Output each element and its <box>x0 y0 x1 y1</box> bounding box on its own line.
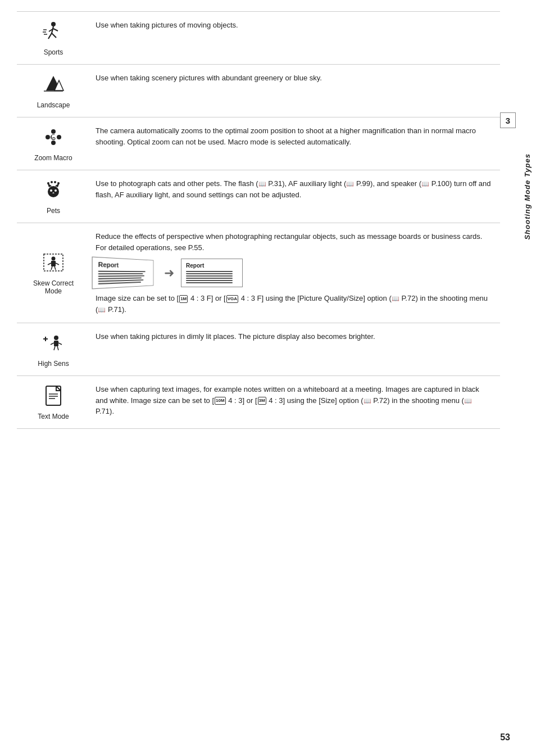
content-table: Sports Use when taking pictures of movin… <box>17 11 500 429</box>
svg-point-19 <box>48 186 59 197</box>
skew-arrow: ➜ <box>164 264 174 282</box>
skew-correct-desc: Reduce the effects of perspective when p… <box>90 223 500 323</box>
sports-icon <box>21 20 85 46</box>
svg-line-32 <box>48 263 51 265</box>
landscape-icon <box>21 73 85 99</box>
badge-1m: 1M <box>179 295 188 303</box>
text-mode-label: Text Mode <box>21 413 85 420</box>
svg-line-41 <box>58 343 62 345</box>
zoom-macro-label: Zoom Macro <box>21 154 85 162</box>
landscape-icon-cell: Landscape <box>17 65 90 117</box>
table-row: Pets Use to photograph cats and other pe… <box>17 170 500 223</box>
skew-correct-description-main: Reduce the effects of perspective when p… <box>96 231 491 253</box>
badge-3m: 3M <box>258 397 266 405</box>
pets-desc: Use to photograph cats and other pets. T… <box>90 170 500 223</box>
pets-icon <box>21 178 85 205</box>
table-row: High Sens Use when taking pictures in di… <box>17 323 500 376</box>
svg-point-28 <box>57 182 60 184</box>
high-sens-icon-cell: High Sens <box>17 323 90 376</box>
ref-icon-1: 📖 <box>258 180 266 187</box>
text-mode-icon <box>21 384 85 410</box>
skew-correct-description-extra: Image size can be set to [1M 4 : 3 F] or… <box>96 293 491 315</box>
side-tab: Shooting Mode Types <box>518 112 536 281</box>
sports-description-text: Use when taking pictures of moving objec… <box>96 20 491 31</box>
svg-point-16 <box>57 135 61 139</box>
landscape-desc: Use when taking scenery pictures with ab… <box>90 65 500 117</box>
svg-point-13 <box>51 129 56 134</box>
ref-icon-2: 📖 <box>346 180 354 187</box>
page-number: 53 <box>500 732 510 743</box>
sports-desc: Use when taking pictures of moving objec… <box>90 12 500 65</box>
text-mode-icon-cell: Text Mode <box>17 376 90 429</box>
svg-point-26 <box>51 181 53 183</box>
skew-before-box: Report <box>92 257 153 289</box>
svg-line-43 <box>57 346 58 350</box>
ref-icon-3: 📖 <box>421 180 429 187</box>
table-row: Sports Use when taking pictures of movin… <box>17 12 500 65</box>
zoom-macro-icon: D <box>21 125 85 152</box>
report-label-before: Report <box>98 260 150 270</box>
report-label-after: Report <box>186 261 238 270</box>
svg-line-5 <box>53 29 58 31</box>
ref-icon-5: 📖 <box>98 306 106 313</box>
skew-correct-icon-cell: Skew Correct Mode <box>17 223 90 323</box>
svg-line-34 <box>51 266 52 270</box>
svg-point-0 <box>51 22 56 26</box>
pets-description-text: Use to photograph cats and other pets. T… <box>96 178 491 200</box>
text-mode-desc: Use when capturing text images, for exam… <box>90 376 500 429</box>
high-sens-description-text: Use when taking pictures in dimly lit pl… <box>96 331 491 342</box>
svg-point-22 <box>50 189 52 192</box>
chapter-number: 3 <box>500 112 516 128</box>
landscape-description-text: Use when taking scenery pictures with ab… <box>96 73 491 84</box>
ref-icon-6: 📖 <box>364 397 371 404</box>
skew-correct-icon <box>21 251 85 277</box>
table-row: Text Mode Use when capturing text images… <box>17 376 500 429</box>
high-sens-label: High Sens <box>21 360 85 368</box>
ref-icon-7: 📖 <box>464 397 472 404</box>
zoom-macro-description-text: The camera automatically zooms to the op… <box>96 125 491 147</box>
skew-illustration: Report ➜ Report <box>96 259 491 287</box>
svg-rect-39 <box>54 341 58 346</box>
side-tab-text: Shooting Mode Types <box>523 153 532 240</box>
landscape-label: Landscape <box>21 101 85 109</box>
svg-rect-31 <box>51 261 56 266</box>
table-row: Landscape Use when taking scenery pictur… <box>17 65 500 117</box>
svg-text:D: D <box>52 136 56 141</box>
high-sens-icon <box>21 331 85 357</box>
skew-correct-label: Skew Correct Mode <box>21 279 85 295</box>
svg-line-33 <box>56 263 59 265</box>
chapter-label: 3 <box>506 116 510 125</box>
zoom-macro-desc: The camera automatically zooms to the op… <box>90 117 500 170</box>
pets-icon-cell: Pets <box>17 170 90 223</box>
svg-point-25 <box>47 182 49 184</box>
badge-10m: 10M <box>215 397 226 405</box>
svg-line-42 <box>54 346 55 350</box>
high-sens-desc: Use when taking pictures in dimly lit pl… <box>90 323 500 376</box>
svg-line-35 <box>54 266 56 270</box>
zoom-macro-icon-cell: D Zoom Macro <box>17 117 90 170</box>
sports-label: Sports <box>21 48 85 56</box>
svg-point-27 <box>54 181 56 183</box>
svg-point-38 <box>54 336 58 340</box>
svg-line-3 <box>52 33 56 38</box>
svg-line-40 <box>51 343 54 345</box>
svg-line-2 <box>48 33 52 39</box>
svg-point-14 <box>51 141 56 145</box>
page-wrapper: 3 Shooting Mode Types <box>0 0 536 756</box>
skew-after-box: Report <box>181 259 243 287</box>
pets-label: Pets <box>21 207 85 215</box>
svg-point-15 <box>46 135 50 139</box>
text-mode-description-text: Use when capturing text images, for exam… <box>96 384 491 417</box>
ref-icon-4: 📖 <box>392 295 399 302</box>
svg-point-30 <box>52 257 56 261</box>
table-row: D Zoom Macro The camera automatically zo… <box>17 117 500 170</box>
svg-point-23 <box>54 189 57 192</box>
badge-vga: VGA <box>226 295 238 303</box>
sports-icon-cell: Sports <box>17 12 90 65</box>
table-row: Skew Correct Mode Reduce the effects of … <box>17 223 500 323</box>
